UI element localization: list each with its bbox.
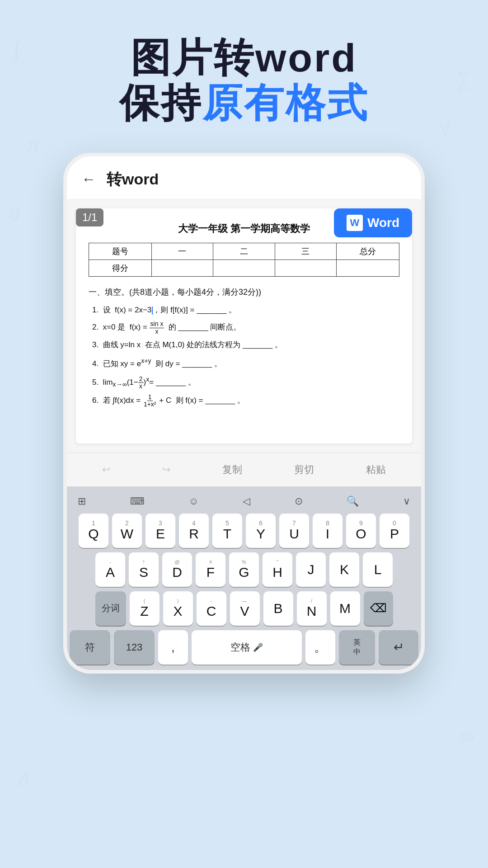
word-button[interactable]: W Word <box>334 208 412 237</box>
period-label: 。 <box>314 639 327 656</box>
kb-search-icon[interactable]: 🔍 <box>343 494 362 509</box>
phone-mockup: ← 转word 1/1 W Word 大学一年级 第一学期高等数学 题号 一 <box>63 153 425 674</box>
doc-item-4: 4. 已知 xy = ex+y 则 dy = _______ 。 <box>89 355 399 371</box>
key-comma[interactable]: , <box>158 630 188 665</box>
redo-button[interactable]: ↪ <box>155 461 178 478</box>
copy-button[interactable]: 复制 <box>215 460 249 479</box>
undo-button[interactable]: ↩ <box>95 461 117 478</box>
phone-inner: ← 转word 1/1 W Word 大学一年级 第一学期高等数学 题号 一 <box>67 156 421 670</box>
key-N[interactable]: /N <box>297 591 327 626</box>
table-row-label: 得分 <box>89 259 152 276</box>
table-cell-total <box>337 259 399 276</box>
key-U[interactable]: 7U <box>279 514 309 548</box>
key-lang[interactable]: 英 中 <box>339 630 375 665</box>
key-fu[interactable]: 符 <box>70 630 110 665</box>
key-123[interactable]: 123 <box>114 630 155 665</box>
key-F[interactable]: #F <box>196 552 225 587</box>
header-normal-text: 保持 <box>119 80 202 125</box>
key-D[interactable]: @D <box>162 552 192 587</box>
app-title: 转word <box>107 169 159 190</box>
kb-grid-icon[interactable]: ⊞ <box>74 494 89 509</box>
keyboard-row2: -A !S @D #F %G "H <box>70 552 418 587</box>
key-B[interactable]: B <box>263 591 293 626</box>
key-O[interactable]: 9O <box>346 514 376 548</box>
doc-section-1: 一、填空。(共8道小题，每小题4分，满分32分)) <box>89 285 399 299</box>
doc-item-5: 5. limx→∞(1−2x)x= _______ 。 <box>89 374 399 390</box>
kb-cursor-icon[interactable]: ◁ <box>239 494 254 509</box>
comma-label: , <box>171 640 175 655</box>
key-X[interactable]: )X <box>163 591 193 626</box>
back-button[interactable]: ← <box>81 171 96 188</box>
123-label: 123 <box>126 642 143 653</box>
key-backspace[interactable]: ⌫ <box>364 591 393 626</box>
doc-area: 1/1 W Word 大学一年级 第一学期高等数学 题号 一 二 三 总分 <box>67 199 421 453</box>
score-table: 题号 一 二 三 总分 得分 <box>89 243 399 277</box>
lang-top: 英 <box>353 638 361 647</box>
word-icon: W <box>347 215 363 231</box>
keyboard-row3: 分词 (Z )X -C —V B <box>70 591 418 626</box>
key-fenci[interactable]: 分词 <box>95 591 126 626</box>
header-highlight-text: 原有格式 <box>202 80 369 125</box>
mic-icon: 🎤 <box>253 642 263 652</box>
key-J[interactable]: J <box>296 552 326 587</box>
kb-collapse-icon[interactable]: ∨ <box>399 494 414 509</box>
key-H[interactable]: "H <box>263 552 292 587</box>
doc-page: 大学一年级 第一学期高等数学 题号 一 二 三 总分 得分 <box>76 208 412 443</box>
cut-button[interactable]: 剪切 <box>287 460 321 479</box>
table-cell-3 <box>275 259 336 276</box>
key-V[interactable]: —V <box>230 591 260 626</box>
lang-bottom: 中 <box>353 647 361 657</box>
kb-emoji-icon[interactable]: ☺ <box>185 494 202 509</box>
key-I[interactable]: 8I <box>313 514 343 548</box>
key-K[interactable]: K <box>329 552 359 587</box>
key-C[interactable]: -C <box>197 591 226 626</box>
key-R[interactable]: 4R <box>179 514 209 548</box>
key-Z[interactable]: (Z <box>130 591 160 626</box>
key-A[interactable]: -A <box>95 552 125 587</box>
doc-item-1: 1. 设 f(x) = 2x−3，则 f[f(x)] = _______ 。 <box>89 304 399 317</box>
table-header-0: 题号 <box>89 243 152 259</box>
keyboard-container: ⊞ ⌨ ☺ ◁ ⊙ 🔍 ∨ 1Q 2W <box>67 486 421 670</box>
fu-label: 符 <box>85 641 95 654</box>
key-E[interactable]: 3E <box>145 514 175 548</box>
enter-icon: ↵ <box>394 640 404 655</box>
table-header-4: 总分 <box>337 243 399 259</box>
app-header: ← 转word <box>67 156 421 199</box>
keyboard-top-row: ⊞ ⌨ ☺ ◁ ⊙ 🔍 ∨ <box>70 491 418 514</box>
kb-link-icon[interactable]: ⊙ <box>291 494 306 509</box>
keyboard-row1: 1Q 2W 3E 4R 5T 6Y <box>70 514 418 548</box>
doc-item-3: 3. 曲线 y=ln x 在点 M(1,0) 处的法线方程为 _______ 。 <box>89 339 399 352</box>
key-L[interactable]: L <box>363 552 393 587</box>
kb-keyboard-icon[interactable]: ⌨ <box>127 494 148 509</box>
key-period[interactable]: 。 <box>305 630 335 665</box>
doc-item-6: 6. 若 ∫f(x)dx = 11+x² + C 则 f(x) = ______… <box>89 394 399 408</box>
header-line2: 保持原有格式 <box>27 80 461 126</box>
table-header-3: 三 <box>275 243 336 259</box>
table-header-1: 一 <box>151 243 213 259</box>
key-enter[interactable]: ↵ <box>379 630 418 665</box>
key-G[interactable]: %G <box>229 552 259 587</box>
paste-button[interactable]: 粘贴 <box>359 460 393 479</box>
header-line1: 图片转word <box>27 36 461 80</box>
table-cell-1 <box>151 259 213 276</box>
header-section: 图片转word 保持原有格式 <box>0 0 488 144</box>
page-badge: 1/1 <box>76 208 103 226</box>
fenci-label: 分词 <box>102 602 120 614</box>
key-P[interactable]: 0P <box>380 514 409 548</box>
key-T[interactable]: 5T <box>212 514 242 548</box>
keyboard-bottom-row: 符 123 , 空格 🎤 。 英 <box>70 630 418 665</box>
key-Q[interactable]: 1Q <box>79 514 108 548</box>
key-W[interactable]: 2W <box>112 514 142 548</box>
table-cell-2 <box>213 259 275 276</box>
word-label: Word <box>367 216 399 230</box>
space-label: 空格 <box>230 641 250 654</box>
doc-item-2: 2. x=0 是 f(x) = sin xx 的 _______ 间断点。 <box>89 321 399 335</box>
key-space[interactable]: 空格 🎤 <box>192 630 302 665</box>
edit-toolbar: ↩ ↪ 复制 剪切 粘贴 <box>67 453 421 486</box>
key-Y[interactable]: 6Y <box>246 514 276 548</box>
key-S[interactable]: !S <box>129 552 159 587</box>
phone-wrapper: ← 转word 1/1 W Word 大学一年级 第一学期高等数学 题号 一 <box>0 153 488 674</box>
key-M[interactable]: M <box>330 591 360 626</box>
table-header-2: 二 <box>213 243 275 259</box>
